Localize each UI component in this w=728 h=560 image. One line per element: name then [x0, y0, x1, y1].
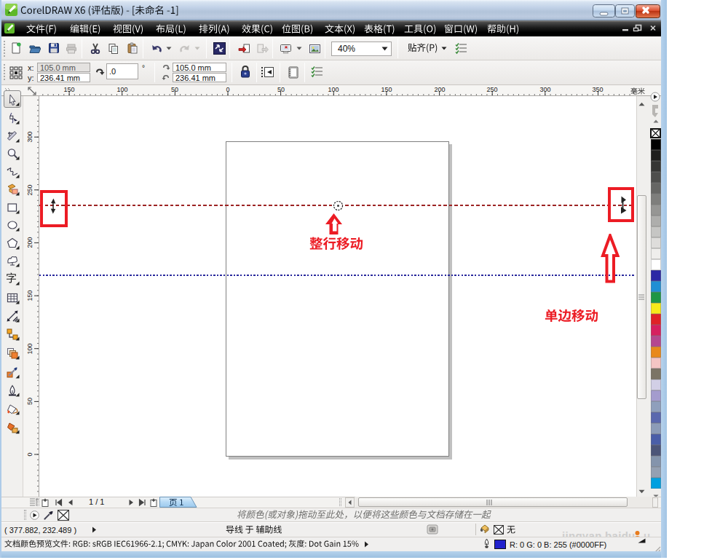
svg-text:250: 250 [26, 184, 33, 195]
svg-text:200: 200 [26, 237, 33, 248]
svg-text:100: 100 [26, 343, 33, 354]
svg-text:150: 150 [26, 290, 33, 301]
svg-text:50: 50 [26, 398, 33, 405]
svg-text:0: 0 [26, 452, 33, 456]
svg-text:300: 300 [26, 131, 33, 142]
